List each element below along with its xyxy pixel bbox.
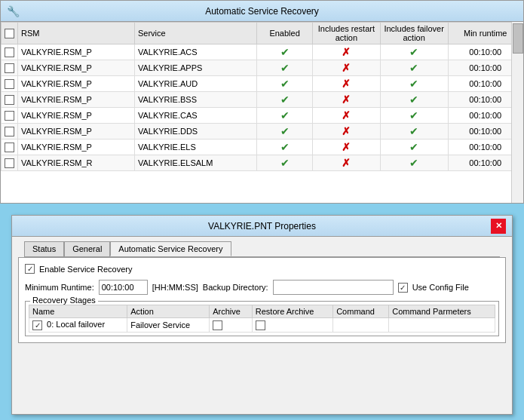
enabled-check-icon: ✔ <box>280 157 290 169</box>
top-table-container: RSM Service Enabled Includes restart act… <box>1 22 523 203</box>
row-restart: ✗ <box>313 139 381 155</box>
row-enabled: ✔ <box>257 92 313 108</box>
bottom-window: VALKYRIE.PNT Properties ✕ Status General… <box>11 215 513 415</box>
row-rsm: VALKYRIE.RSM_P <box>18 60 135 76</box>
row-checkbox[interactable] <box>5 48 14 57</box>
close-button[interactable]: ✕ <box>491 219 506 234</box>
runtime-backup-row: Minimum Runtime: [HH:MM:SS] Backup Direc… <box>25 280 499 295</box>
min-runtime-format: [HH:MM:SS] <box>152 283 198 292</box>
min-runtime-label: Minimum Runtime: <box>25 283 94 292</box>
col-command: Command <box>333 305 389 318</box>
use-config-checkbox[interactable] <box>398 283 408 293</box>
enabled-check-icon: ✔ <box>280 125 290 137</box>
row-failover: ✔ <box>380 124 448 139</box>
header-includes-restart: Includes restart action <box>313 23 381 44</box>
table-row: VALKYRIE.RSM_P VALKYRIE.BSS ✔ ✗ ✔ 00:10:… <box>2 92 523 108</box>
stage-command <box>333 318 389 333</box>
row-checkbox-cell <box>2 124 18 139</box>
enabled-check-icon: ✔ <box>280 78 290 90</box>
row-failover: ✔ <box>380 139 448 155</box>
row-failover: ✔ <box>380 76 448 92</box>
service-table: RSM Service Enabled Includes restart act… <box>1 22 523 171</box>
bottom-content: Status General Automatic Service Recover… <box>12 237 512 348</box>
row-rsm: VALKYRIE.RSM_P <box>18 108 135 124</box>
failover-check-icon: ✔ <box>409 78 418 90</box>
row-service: VALKYRIE.DDS <box>134 124 256 139</box>
scrollbar-thumb <box>513 23 523 54</box>
enable-recovery-checkbox[interactable] <box>25 264 35 274</box>
restart-cross-icon: ✗ <box>342 46 351 58</box>
restart-cross-icon: ✗ <box>342 78 351 90</box>
restart-cross-icon: ✗ <box>342 125 351 137</box>
enabled-check-icon: ✔ <box>280 94 290 106</box>
row-rsm: VALKYRIE.RSM_P <box>18 92 135 108</box>
header-includes-failover: Includes failover action <box>380 23 448 44</box>
row-restart: ✗ <box>313 44 381 60</box>
row-checkbox[interactable] <box>5 111 14 121</box>
recovery-stages-table: Name Action Archive Restore Archive Comm… <box>29 305 495 333</box>
scrollbar[interactable] <box>511 22 523 203</box>
backup-dir-input[interactable] <box>273 280 394 295</box>
min-runtime-input[interactable] <box>99 280 148 295</box>
row-checkbox[interactable] <box>5 127 14 136</box>
row-service: VALKYRIE.ELSALM <box>134 155 256 171</box>
enabled-check-icon: ✔ <box>280 62 290 74</box>
tab-asr[interactable]: Automatic Service Recovery <box>110 241 231 256</box>
col-archive: Archive <box>210 305 253 318</box>
row-checkbox[interactable] <box>5 143 14 152</box>
row-failover: ✔ <box>380 92 448 108</box>
row-checkbox-cell <box>2 155 18 171</box>
enabled-check-icon: ✔ <box>280 141 290 153</box>
top-title-icon: 🔧 <box>7 5 20 17</box>
stage-restore-archive-checkbox[interactable] <box>256 320 265 330</box>
row-service: VALKYRIE.ELS <box>134 139 256 155</box>
row-checkbox-cell <box>2 60 18 76</box>
row-restart: ✗ <box>313 76 381 92</box>
row-restart: ✗ <box>313 60 381 76</box>
row-checkbox[interactable] <box>5 95 14 105</box>
row-checkbox[interactable] <box>5 79 14 89</box>
bottom-window-title: VALKYRIE.PNT Properties <box>33 221 491 231</box>
failover-check-icon: ✔ <box>409 62 418 74</box>
row-restart: ✗ <box>313 124 381 139</box>
row-checkbox-cell <box>2 44 18 60</box>
tab-general[interactable]: General <box>64 241 110 256</box>
failover-check-icon: ✔ <box>409 125 418 137</box>
tab-status[interactable]: Status <box>24 241 64 256</box>
col-name: Name <box>29 305 127 318</box>
stage-restore-archive <box>252 318 332 333</box>
header-enabled: Enabled <box>257 23 313 44</box>
row-restart: ✗ <box>313 108 381 124</box>
stage-checkbox[interactable] <box>32 320 42 330</box>
row-checkbox-cell <box>2 76 18 92</box>
restart-cross-icon: ✗ <box>342 62 351 74</box>
failover-check-icon: ✔ <box>409 94 418 106</box>
row-service: VALKYRIE.BSS <box>134 92 256 108</box>
failover-check-icon: ✔ <box>409 157 418 169</box>
table-row: VALKYRIE.RSM_P VALKYRIE.AUD ✔ ✗ ✔ 00:10:… <box>2 76 523 92</box>
row-checkbox[interactable] <box>5 63 14 73</box>
table-row: VALKYRIE.RSM_P VALKYRIE.APPS ✔ ✗ ✔ 00:10… <box>2 60 523 76</box>
enabled-check-icon: ✔ <box>280 109 290 121</box>
tabs-row: Status General Automatic Service Recover… <box>24 241 500 257</box>
stage-action: Failover Service <box>127 318 210 333</box>
row-failover: ✔ <box>380 155 448 171</box>
row-enabled: ✔ <box>257 76 313 92</box>
stage-archive-checkbox[interactable] <box>213 320 222 330</box>
row-restart: ✗ <box>313 155 381 171</box>
row-checkbox[interactable] <box>5 158 14 168</box>
header-checkbox-cell <box>2 23 18 44</box>
table-row: VALKYRIE.RSM_P VALKYRIE.DDS ✔ ✗ ✔ 00:10:… <box>2 124 523 139</box>
top-titlebar: 🔧 Automatic Service Recovery <box>1 1 523 22</box>
stage-archive <box>210 318 253 333</box>
row-failover: ✔ <box>380 60 448 76</box>
row-enabled: ✔ <box>257 108 313 124</box>
use-config-label: Use Config File <box>412 283 469 292</box>
select-all-checkbox[interactable] <box>5 29 14 38</box>
row-rsm: VALKYRIE.RSM_P <box>18 44 135 60</box>
recovery-stages-group: Recovery Stages Name Action Archive Rest… <box>25 301 499 336</box>
row-enabled: ✔ <box>257 139 313 155</box>
failover-check-icon: ✔ <box>409 109 418 121</box>
row-rsm: VALKYRIE.RSM_P <box>18 76 135 92</box>
stage-name-cell: 0: Local failover <box>29 318 127 333</box>
